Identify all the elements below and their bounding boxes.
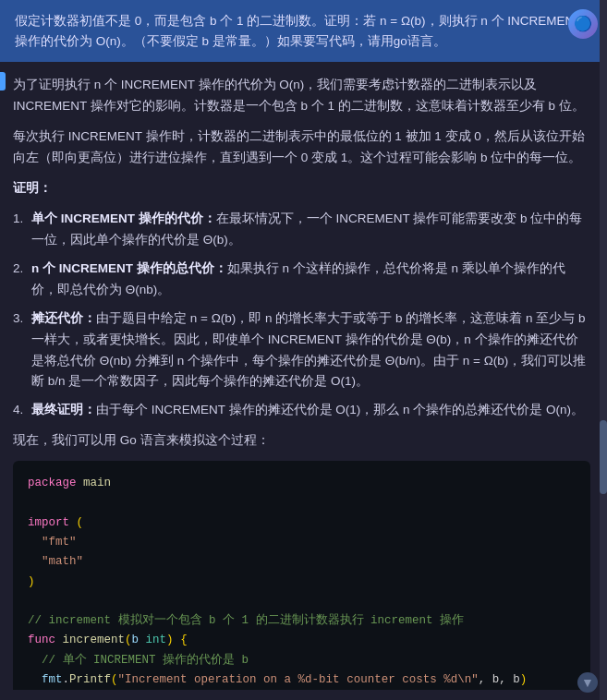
code-line-4: "fmt" <box>28 533 576 552</box>
list-item: 3. 摊还代价：由于题目中给定 n = Ω(b)，即 n 的增长率大于或等于 b… <box>13 308 590 393</box>
code-line-3: import ( <box>28 513 576 533</box>
counter-word: counter <box>346 673 395 686</box>
list-item: 4. 最终证明：由于每个 INCREMENT 操作的摊还代价是 O(1)，那么 … <box>13 400 590 421</box>
code-line-8: // increment 模拟对一个包含 b 个 1 的二进制计数器执行 inc… <box>28 611 576 631</box>
proof-heading: 证明： <box>13 178 590 199</box>
list-item-4-bold: 最终证明： <box>31 403 96 416</box>
main-container: 假定计数器初值不是 0，而是包含 b 个 1 的二进制数。证明：若 n = Ω(… <box>0 0 607 700</box>
code-line-10: // 单个 INCREMENT 操作的代价是 b <box>28 651 576 670</box>
intro-paragraph-1: 为了证明执行 n 个 INCREMENT 操作的代价为 O(n)，我们需要考虑计… <box>13 75 590 117</box>
code-line-9: func increment(b int) { <box>28 631 576 650</box>
scrollbar-track[interactable] <box>600 0 607 700</box>
code-line-7 <box>28 592 576 611</box>
content-area[interactable]: 为了证明执行 n 个 INCREMENT 操作的代价为 O(n)，我们需要考虑计… <box>0 62 607 690</box>
list-item-3-text: 由于题目中给定 n = Ω(b)，即 n 的增长率大于或等于 b 的增长率，这意… <box>31 311 586 389</box>
code-block: package main import ( "fmt" "math" ) // … <box>13 461 590 690</box>
intro-paragraph-2: 每次执行 INCREMENT 操作时，计数器的二进制表示中的最低位的 1 被加 … <box>13 127 590 169</box>
chevron-down-icon: ▼ <box>581 675 594 690</box>
code-line-2 <box>28 494 576 513</box>
banner-text: 假定计数器初值不是 0，而是包含 b 个 1 的二进制数。证明：若 n = Ω(… <box>15 14 581 48</box>
proof-list: 1. 单个 INCREMENT 操作的代价：在最坏情况下，一个 INCREMEN… <box>13 209 590 421</box>
list-item-1-bold: 单个 INCREMENT 操作的代价： <box>31 211 216 225</box>
code-line-5: "math" <box>28 552 576 572</box>
scrollbar-thumb[interactable] <box>600 420 607 494</box>
top-banner: 假定计数器初值不是 0，而是包含 b 个 1 的二进制数。证明：若 n = Ω(… <box>0 0 607 62</box>
left-indicator <box>0 72 6 91</box>
avatar: 🔵 <box>568 9 598 39</box>
code-line-6: ) <box>28 573 576 592</box>
code-line-11: fmt.Printf("Increment operation on a %d-… <box>28 670 576 690</box>
go-intro: 现在，我们可以用 Go 语言来模拟这个过程： <box>13 430 590 452</box>
list-item: 2. n 个 INCREMENT 操作的总代价：如果执行 n 个这样的操作，总代… <box>13 259 590 301</box>
scroll-down-button[interactable]: ▼ <box>577 672 598 693</box>
list-item: 1. 单个 INCREMENT 操作的代价：在最坏情况下，一个 INCREMEN… <box>13 209 590 251</box>
list-item-2-bold: n 个 INCREMENT 操作的总代价： <box>31 261 227 275</box>
code-line-1: package main <box>28 474 576 493</box>
list-item-3-bold: 摊还代价： <box>31 311 96 325</box>
list-item-4-text: 由于每个 INCREMENT 操作的摊还代价是 O(1)，那么 n 个操作的总摊… <box>96 403 584 416</box>
